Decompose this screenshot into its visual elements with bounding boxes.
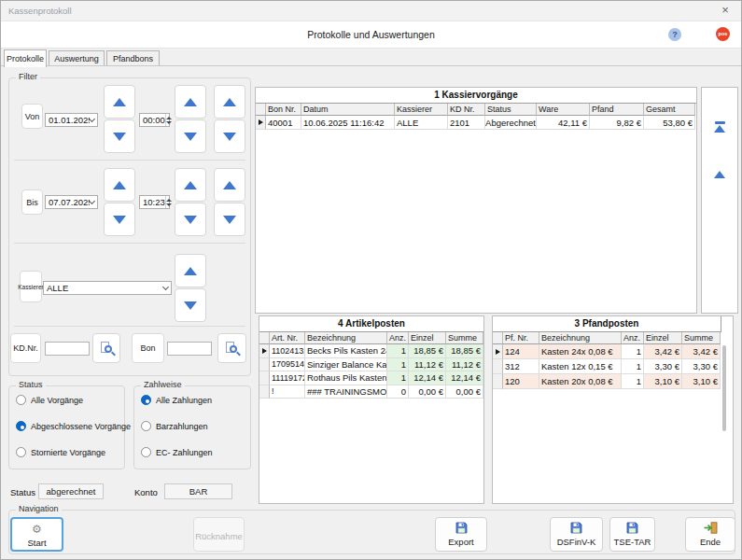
- von-hour-up-button[interactable]: [175, 85, 206, 119]
- kdnr-input[interactable]: [45, 342, 90, 356]
- start-button[interactable]: ⚙ Start: [10, 517, 63, 552]
- table-cell[interactable]: 124: [503, 344, 539, 359]
- radio-abgeschlossene-vorgaenge[interactable]: Abgeschlossene Vorgänge: [16, 421, 131, 431]
- table-cell[interactable]: 120: [503, 374, 539, 389]
- column-header[interactable]: Kassierer: [395, 104, 448, 116]
- bis-hour-up-button[interactable]: [175, 168, 206, 202]
- kassierer-up-button[interactable]: [175, 254, 206, 287]
- close-icon[interactable]: ×: [717, 2, 734, 19]
- column-header[interactable]: Anz.: [387, 332, 409, 344]
- bis-hour-down-button[interactable]: [175, 203, 206, 236]
- table-cell[interactable]: 1: [387, 358, 409, 372]
- table-cell[interactable]: 11119172: [270, 371, 305, 385]
- export-button[interactable]: Export: [435, 517, 487, 552]
- scroll-to-top-button[interactable]: [702, 121, 737, 133]
- von-date-up-button[interactable]: [104, 85, 135, 119]
- von-date-combo[interactable]: 01.01.2025: [45, 113, 98, 127]
- kdnr-search-button[interactable]: [92, 333, 120, 363]
- column-header[interactable]: Einzel: [409, 332, 446, 344]
- table-cell[interactable]: 3,30 €: [644, 359, 682, 374]
- table-cell[interactable]: Sinziger Balance Kaste: [305, 358, 387, 372]
- column-header[interactable]: Gesamt: [644, 104, 695, 116]
- table-cell[interactable]: 18,85 €: [409, 344, 446, 358]
- table-cell[interactable]: 3,42 €: [644, 344, 682, 359]
- von-date-down-button[interactable]: [104, 119, 135, 153]
- table-cell[interactable]: 2101: [448, 116, 485, 130]
- table-cell[interactable]: 12,14 €: [446, 371, 483, 385]
- table-cell[interactable]: 0: [387, 385, 409, 399]
- table-cell[interactable]: 3,10 €: [644, 374, 682, 389]
- tab-protokolle[interactable]: Protokolle: [4, 49, 47, 67]
- table-cell[interactable]: 42,11 €: [537, 116, 590, 130]
- table-cell[interactable]: 1: [622, 344, 644, 359]
- column-header[interactable]: Status: [485, 104, 537, 116]
- table-cell[interactable]: 9,82 €: [590, 116, 644, 130]
- bis-date-up-button[interactable]: [104, 168, 135, 202]
- radio-alle-zahlungen[interactable]: Alle Zahlungen: [141, 395, 212, 405]
- table-cell[interactable]: 1: [622, 374, 644, 389]
- table-cell[interactable]: 1: [387, 344, 409, 358]
- table-cell[interactable]: 3,10 €: [682, 374, 721, 389]
- von-minute-down-button[interactable]: [214, 119, 245, 153]
- table-cell[interactable]: 11,12 €: [409, 358, 446, 372]
- table-cell[interactable]: 17095141: [270, 358, 305, 372]
- tab-pfandbons[interactable]: Pfandbons: [106, 50, 160, 66]
- table-cell[interactable]: ### TRAININGSMOD: [305, 385, 387, 399]
- column-header[interactable]: KD Nr.: [448, 104, 485, 116]
- table-cell[interactable]: Abgerechnet: [485, 116, 537, 130]
- time-spinner-buttons[interactable]: [165, 196, 172, 208]
- bis-minute-up-button[interactable]: [214, 168, 245, 202]
- column-header[interactable]: Pf. Nr.: [503, 332, 539, 344]
- help-icon[interactable]: ?: [668, 28, 681, 41]
- table-cell[interactable]: 0,00 €: [409, 385, 446, 399]
- table-cell[interactable]: 1: [622, 359, 644, 374]
- radio-ec-zahlungen[interactable]: EC- Zahlungen: [141, 447, 213, 457]
- column-header[interactable]: Summe: [446, 332, 483, 344]
- table-cell[interactable]: 3,42 €: [682, 344, 721, 359]
- column-header[interactable]: Pfand: [590, 104, 644, 116]
- bon-input[interactable]: [167, 342, 212, 356]
- column-header[interactable]: Einzel: [644, 332, 682, 344]
- radio-alle-vorgaenge[interactable]: Alle Vorgänge: [16, 395, 83, 405]
- column-header[interactable]: Anz.: [622, 332, 644, 344]
- table-cell[interactable]: 18,85 €: [446, 344, 483, 358]
- column-header[interactable]: Art. Nr.: [270, 332, 305, 344]
- column-header[interactable]: Ware: [537, 104, 590, 116]
- radio-stornierte-vorgaenge[interactable]: Stornierte Vorgänge: [16, 447, 105, 457]
- radio-barzahlungen[interactable]: Barzahlungen: [141, 421, 208, 431]
- column-header[interactable]: Bon Nr.: [266, 104, 301, 116]
- column-header[interactable]: Bezeichnung: [539, 332, 622, 344]
- dsfinvk-button[interactable]: DSFinV-K: [550, 517, 603, 552]
- time-spinner-buttons[interactable]: [165, 114, 172, 126]
- table-cell[interactable]: 11024132: [270, 344, 305, 358]
- table-cell[interactable]: Becks Pils Kasten 24x0: [305, 344, 387, 358]
- ende-button[interactable]: Ende: [685, 517, 735, 552]
- von-minute-up-button[interactable]: [214, 85, 245, 119]
- bis-date-combo[interactable]: 07.07.2025: [45, 195, 98, 209]
- table-cell[interactable]: 10.06.2025 11:16:42: [301, 116, 395, 130]
- table-cell[interactable]: 0,00 €: [446, 385, 483, 399]
- column-header[interactable]: Summe: [682, 332, 721, 344]
- table-cell[interactable]: Rothaus Pils Kasten 20: [305, 371, 387, 385]
- table-cell[interactable]: 1: [387, 371, 409, 385]
- table-cell[interactable]: 40001: [266, 116, 301, 130]
- table-cell[interactable]: !: [270, 385, 305, 399]
- scrollbar-thumb[interactable]: [722, 345, 726, 431]
- column-header[interactable]: Datum: [301, 104, 395, 116]
- table-cell[interactable]: 3,30 €: [682, 359, 721, 374]
- table-cell[interactable]: 53,80 €: [644, 116, 695, 130]
- table-cell[interactable]: Kasten 24x 0,08 €: [539, 344, 622, 359]
- scroll-up-button[interactable]: [702, 171, 737, 178]
- table-cell[interactable]: Kasten 12x 0,15 €: [539, 359, 622, 374]
- von-time-spinner[interactable]: 00:00: [139, 113, 170, 127]
- von-hour-down-button[interactable]: [175, 119, 206, 153]
- bis-time-spinner[interactable]: 10:23: [139, 195, 170, 209]
- table-cell[interactable]: 312: [503, 359, 539, 374]
- table-cell[interactable]: ALLE: [395, 116, 448, 130]
- table-cell[interactable]: 11,12 €: [446, 358, 483, 372]
- bon-search-button[interactable]: [217, 333, 246, 363]
- bis-minute-down-button[interactable]: [214, 203, 245, 236]
- kassierer-combo[interactable]: ALLE: [43, 281, 172, 295]
- tab-auswertung[interactable]: Auswertung: [49, 50, 105, 66]
- table-cell[interactable]: Kasten 20x 0,08 €: [539, 374, 622, 389]
